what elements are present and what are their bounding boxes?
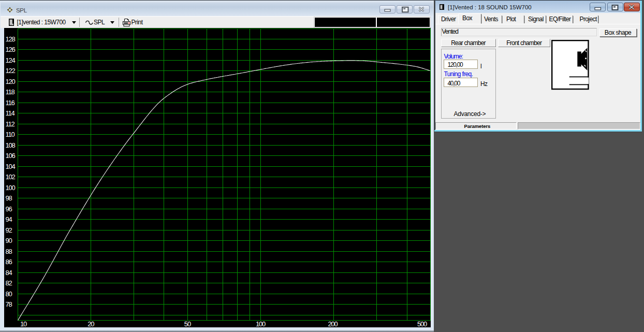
svg-text:116: 116: [6, 99, 15, 107]
svg-text:100: 100: [6, 184, 16, 192]
svg-text:100: 100: [256, 320, 266, 327]
svg-text:96: 96: [6, 205, 12, 213]
svg-text:122: 122: [6, 67, 16, 75]
svg-text:200: 200: [328, 320, 338, 327]
svg-text:94: 94: [6, 215, 12, 223]
svg-text:98: 98: [6, 194, 12, 202]
svg-text:118: 118: [6, 88, 15, 96]
svg-text:104: 104: [6, 163, 16, 170]
svg-text:124: 124: [6, 56, 16, 64]
svg-text:80: 80: [6, 290, 12, 298]
svg-text:88: 88: [6, 248, 12, 255]
svg-text:120: 120: [6, 78, 16, 85]
svg-text:102: 102: [6, 173, 16, 181]
svg-text:82: 82: [6, 279, 12, 287]
svg-text:84: 84: [6, 269, 12, 277]
svg-text:112: 112: [6, 120, 15, 128]
svg-text:20: 20: [87, 320, 94, 327]
svg-text:50: 50: [184, 320, 191, 327]
svg-text:86: 86: [6, 258, 12, 266]
svg-text:78: 78: [6, 300, 12, 308]
svg-text:90: 90: [6, 237, 12, 244]
svg-text:108: 108: [6, 141, 16, 149]
svg-text:106: 106: [6, 152, 16, 160]
svg-text:110: 110: [6, 131, 15, 138]
svg-text:92: 92: [6, 226, 12, 234]
svg-text:114: 114: [6, 109, 15, 117]
svg-text:128: 128: [6, 35, 16, 43]
svg-text:10: 10: [20, 320, 27, 327]
svg-text:126: 126: [6, 46, 16, 53]
svg-text:500: 500: [417, 320, 427, 327]
